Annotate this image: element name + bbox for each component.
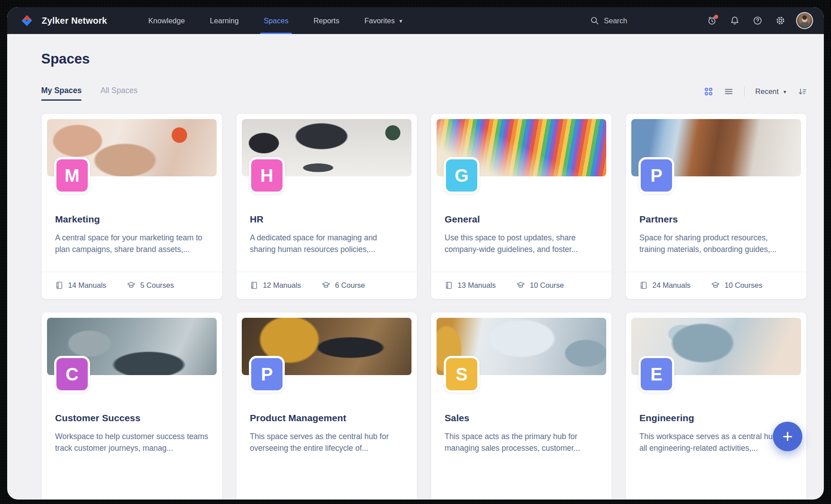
manuals-count: 14 Manuals <box>68 281 106 290</box>
nav-item-label: Knowledge <box>148 17 185 25</box>
primary-nav: Knowledge ▼ Learning ▼ Spaces ▼ Rep <box>136 7 416 34</box>
grid-view-icon <box>704 87 713 96</box>
space-letter: G <box>454 166 468 186</box>
sort-order-icon <box>798 87 807 96</box>
space-title: Partners <box>639 214 793 225</box>
space-letter-badge: S <box>444 356 480 393</box>
nav-item-label: Learning <box>210 17 239 25</box>
space-letter-badge: E <box>638 356 674 393</box>
space-letter: C <box>66 364 79 384</box>
nav-item[interactable]: Learning ▼ <box>197 7 251 34</box>
search-icon <box>590 16 599 25</box>
brand-name: Zylker Network <box>42 16 107 26</box>
spaces-toolbar: My Spaces All Spaces <box>41 86 807 101</box>
nav-item[interactable]: Favorites ▼ <box>352 7 416 34</box>
manuals-stat: 13 Manuals <box>445 281 496 290</box>
zylker-logo-icon <box>19 12 36 29</box>
space-title: Marketing <box>55 214 209 225</box>
space-title: Sales <box>445 413 598 423</box>
sort-label: Recent <box>755 87 779 96</box>
space-letter-badge: C <box>54 356 90 393</box>
space-card[interactable]: P Partners Space for sharing product res… <box>625 113 807 299</box>
grid-view-button[interactable] <box>704 87 713 96</box>
nav-item[interactable]: Knowledge ▼ <box>136 7 197 34</box>
manuals-stat: 12 Manuals <box>250 281 301 290</box>
courses-count: 10 Course <box>530 281 564 290</box>
course-cap-icon <box>321 281 330 290</box>
space-title: Customer Success <box>55 413 209 423</box>
spaces-tab[interactable]: My Spaces <box>41 86 81 101</box>
manual-book-icon <box>250 281 258 290</box>
courses-count: 6 Course <box>335 281 365 290</box>
page-title: Spaces <box>41 51 807 67</box>
courses-count: 10 Courses <box>724 281 762 290</box>
spaces-tab-label: My Spaces <box>41 86 81 95</box>
space-card-footer: 14 Manuals 5 Courses <box>42 272 222 299</box>
chevron-down-icon: ▼ <box>398 18 403 24</box>
space-card-body: HR A dedicated space for managing and sh… <box>236 214 417 256</box>
space-letter-badge: G <box>444 157 480 194</box>
search-button[interactable]: Search <box>590 16 627 25</box>
space-description: A central space for your marketing team … <box>55 232 209 256</box>
bell-icon <box>730 16 740 26</box>
course-cap-icon <box>711 281 720 290</box>
space-card[interactable]: H HR A dedicated space for managing and … <box>236 113 417 299</box>
space-card-footer: 13 Manuals 10 Course <box>431 272 612 299</box>
nav-item-label: Reports <box>313 17 339 25</box>
space-letter: P <box>651 166 663 186</box>
space-description: This space acts as the primary hub for m… <box>445 431 598 454</box>
manuals-count: 12 Manuals <box>263 281 301 290</box>
space-letter: S <box>456 364 468 384</box>
courses-stat: 6 Course <box>321 281 365 290</box>
sort-order-button[interactable] <box>798 87 807 96</box>
divider <box>744 87 745 97</box>
space-title: Product Management <box>250 413 403 423</box>
space-description: Workspace to help customer success teams… <box>55 431 209 454</box>
spaces-tab[interactable]: All Spaces <box>100 86 137 101</box>
space-description: This space serves as the central hub for… <box>250 431 403 454</box>
settings-button[interactable] <box>775 16 785 26</box>
space-card-body: Sales This space acts as the primary hub… <box>431 413 612 454</box>
manual-book-icon <box>445 281 453 290</box>
space-card-footer: 12 Manuals 6 Course <box>236 272 417 299</box>
sort-dropdown[interactable]: Recent ▼ <box>755 87 787 96</box>
list-view-icon <box>724 87 733 96</box>
space-title: Engineering <box>639 413 793 423</box>
space-letter-badge: H <box>249 157 285 194</box>
space-letter-badge: M <box>54 157 90 194</box>
courses-stat: 10 Courses <box>711 281 762 290</box>
space-title: General <box>445 214 598 225</box>
courses-stat: 5 Courses <box>127 281 174 290</box>
space-description: Use this space to post updates, share co… <box>445 232 598 256</box>
space-card-body: Product Management This space serves as … <box>236 413 417 454</box>
list-view-button[interactable] <box>724 87 733 96</box>
help-button[interactable] <box>753 16 762 26</box>
space-card[interactable]: M Marketing A central space for your mar… <box>41 113 223 299</box>
manual-book-icon <box>639 281 648 290</box>
plus-icon: + <box>782 427 792 445</box>
space-card[interactable]: G General Use this space to post updates… <box>431 113 612 299</box>
space-letter: P <box>261 364 273 384</box>
nav-actions <box>707 16 785 26</box>
create-space-button[interactable]: + <box>773 422 802 451</box>
chevron-down-icon: ▼ <box>783 90 787 94</box>
space-card[interactable]: C Customer Success Workspace to help cus… <box>41 312 223 500</box>
app-window: Zylker Network Knowledge ▼ Learning ▼ Sp… <box>7 7 824 500</box>
space-card[interactable]: S Sales This space acts as the primary h… <box>431 312 612 500</box>
nav-item[interactable]: Spaces ▼ <box>251 7 301 34</box>
manuals-stat: 14 Manuals <box>55 281 106 290</box>
search-label: Search <box>604 17 627 25</box>
space-description: This workspace serves as a central hub f… <box>639 431 793 454</box>
nav-item[interactable]: Reports ▼ <box>301 7 352 34</box>
notification-dot <box>714 15 718 19</box>
space-card-footer: 24 Manuals 10 Courses <box>626 272 806 299</box>
course-cap-icon <box>516 281 525 290</box>
course-cap-icon <box>127 281 136 290</box>
space-card[interactable]: E Engineering This workspace serves as a… <box>625 312 807 500</box>
space-letter: H <box>261 166 274 186</box>
user-avatar[interactable] <box>796 12 813 29</box>
space-description: A dedicated space for managing and shari… <box>250 232 403 256</box>
notifications-button[interactable] <box>730 16 740 26</box>
space-card[interactable]: P Product Management This space serves a… <box>236 312 417 500</box>
reminders-button[interactable] <box>707 16 717 26</box>
